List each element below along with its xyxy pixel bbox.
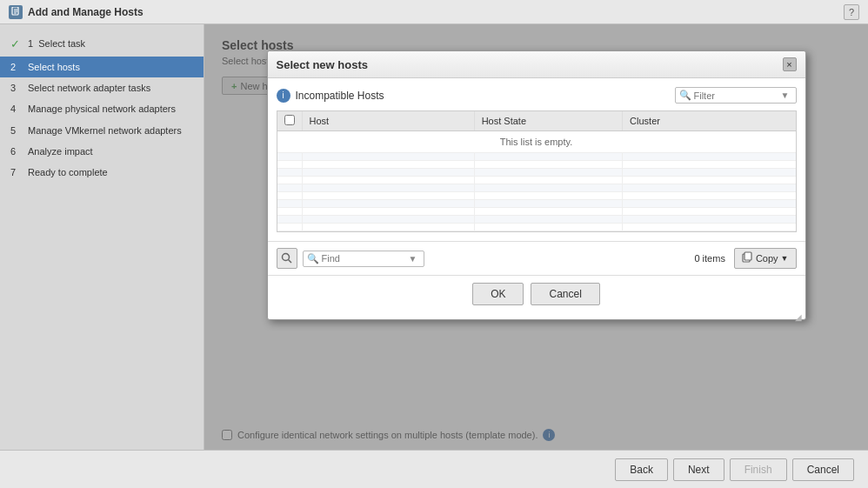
sidebar-label-5: Manage VMkernel network adapters (28, 124, 182, 137)
info-bar: i Incompatible Hosts 🔍 ▼ (277, 87, 797, 104)
info-text: Incompatible Hosts (296, 90, 384, 102)
title-bar: Add and Manage Hosts ? (0, 0, 868, 24)
footer-right: 0 items Copy ▼ (694, 248, 796, 269)
resize-handle[interactable]: ◢ (268, 312, 805, 319)
sidebar-item-3[interactable]: 3 Select network adapter tasks (0, 77, 204, 98)
find-search-icon: 🔍 (307, 253, 319, 264)
step-num-3: 3 (10, 82, 23, 94)
modal-body: i Incompatible Hosts 🔍 ▼ (268, 78, 805, 241)
table-row (277, 208, 796, 216)
help-button[interactable]: ? (844, 4, 859, 20)
window-title: Add and Manage Hosts (28, 6, 144, 18)
table-header-cluster: Cluster (623, 111, 796, 131)
table-row (277, 192, 796, 200)
back-button[interactable]: Back (615, 458, 668, 481)
main-content: Select hosts Select hosts to add to this… (204, 24, 868, 450)
table-row (277, 161, 796, 169)
items-count: 0 items (694, 253, 724, 264)
find-container: 🔍 ▼ (303, 251, 424, 267)
sidebar-label-7: Ready to complete (28, 166, 108, 178)
sidebar-item-6[interactable]: 6 Analyze impact (0, 141, 204, 162)
table-header-state: Host State (474, 111, 622, 131)
filter-search-icon: 🔍 (679, 90, 691, 101)
find-dropdown-arrow-icon[interactable]: ▼ (409, 254, 417, 264)
next-button[interactable]: Next (673, 458, 724, 481)
sidebar-step-1: 1 Select task (28, 37, 85, 50)
modal-actions: OK Cancel (268, 275, 805, 312)
modal-footer: 🔍 ▼ 0 items (268, 241, 805, 275)
sidebar-item-7[interactable]: 7 Ready to complete (0, 162, 204, 183)
table-header-host: Host (302, 111, 474, 131)
content-area: ✓ 1 Select task 2 Select hosts 3 Select … (0, 24, 868, 450)
table-header-row: Host Host State Cluster (277, 111, 796, 131)
ok-button[interactable]: OK (472, 283, 524, 305)
cancel-bottom-button[interactable]: Cancel (792, 458, 854, 481)
step-num-4: 4 (10, 103, 23, 115)
modal-overlay: Select new hosts × i Incompatible Hosts (204, 24, 868, 450)
sidebar-label-6: Analyze impact (28, 145, 93, 157)
finish-button[interactable]: Finish (730, 458, 787, 481)
step-num-5: 5 (10, 124, 23, 137)
modal-dialog: Select new hosts × i Incompatible Hosts (267, 50, 806, 320)
empty-row: This list is empty. (277, 131, 796, 153)
table-row (277, 153, 796, 161)
table-row (277, 224, 796, 231)
svg-line-5 (288, 260, 291, 264)
hosts-table-container: Host Host State Cluster This list is emp… (277, 110, 797, 232)
sidebar-item-4[interactable]: 4 Manage physical network adapters (0, 98, 204, 119)
filter-dropdown-arrow-icon[interactable]: ▼ (781, 90, 790, 100)
svg-point-4 (282, 254, 289, 261)
sidebar-label-2: Select hosts (28, 61, 80, 73)
footer-left: 🔍 ▼ (277, 248, 424, 269)
table-row (277, 216, 796, 224)
sidebar: ✓ 1 Select task 2 Select hosts 3 Select … (0, 24, 204, 450)
empty-message: This list is empty. (277, 131, 796, 153)
copy-button[interactable]: Copy ▼ (734, 248, 797, 269)
table-row (277, 184, 796, 192)
modal-close-button[interactable]: × (783, 57, 797, 71)
table-body: This list is empty. (277, 131, 796, 231)
table-header-checkbox (277, 111, 303, 131)
sidebar-item-5[interactable]: 5 Manage VMkernel network adapters (0, 120, 204, 141)
sidebar-label-3: Select network adapter tasks (28, 82, 150, 94)
step-num-2: 2 (10, 61, 23, 73)
main-window: Add and Manage Hosts ? ✓ 1 Select task 2… (0, 0, 868, 488)
table-row (277, 177, 796, 184)
window-icon (9, 5, 23, 19)
resize-icon: ◢ (795, 312, 802, 319)
info-icon: i (277, 89, 290, 103)
svg-rect-7 (744, 252, 751, 260)
table-row (277, 200, 796, 208)
title-bar-left: Add and Manage Hosts (9, 5, 144, 19)
copy-label: Copy (756, 253, 778, 264)
table-row (277, 169, 796, 177)
hosts-table: Host Host State Cluster This list is emp… (277, 111, 796, 231)
filter-container: 🔍 ▼ (675, 87, 797, 104)
info-bar-left: i Incompatible Hosts (277, 89, 384, 103)
step-num-6: 6 (10, 145, 23, 157)
find-input[interactable] (322, 253, 409, 264)
step-num-7: 7 (10, 166, 23, 178)
sidebar-item-1[interactable]: ✓ 1 Select task (0, 33, 204, 57)
cancel-button[interactable]: Cancel (531, 283, 599, 305)
copy-dropdown-icon: ▼ (781, 254, 789, 263)
filter-input[interactable] (694, 90, 781, 101)
sidebar-label-4: Manage physical network adapters (28, 103, 176, 115)
bottom-bar: Back Next Finish Cancel (0, 450, 868, 488)
find-icon-button[interactable] (277, 248, 297, 269)
modal-title: Select new hosts (277, 58, 368, 71)
modal-header: Select new hosts × (268, 51, 805, 78)
copy-icon (742, 251, 753, 265)
check-icon: ✓ (10, 37, 23, 52)
sidebar-item-2[interactable]: 2 Select hosts (0, 57, 204, 77)
select-all-checkbox[interactable] (284, 115, 295, 125)
